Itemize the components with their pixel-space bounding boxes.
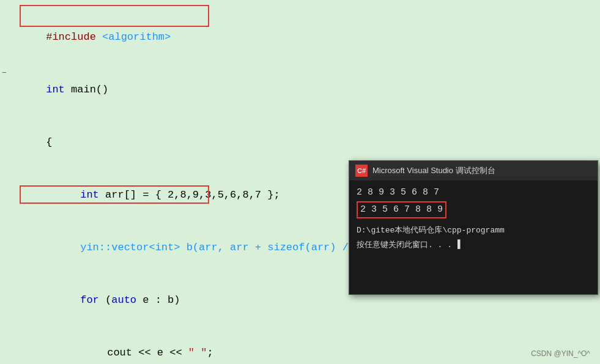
console-window: C# Microsoft Visual Studio 调试控制台 2 8 9 3… — [349, 160, 598, 295]
console-prompt-area: 按任意键关闭此窗口. . . ▌ — [357, 238, 590, 253]
line-content-1: #include <algorithm> — [9, 12, 171, 63]
collapse-arrow-main[interactable]: − — [0, 69, 9, 78]
console-app-icon: C# — [355, 165, 368, 177]
watermark: CSDN @YIN_^O^ — [531, 349, 590, 358]
line-content-6: for (auto e : b) — [43, 275, 180, 326]
console-output-line1: 2 8 9 3 5 6 8 7 — [357, 185, 590, 200]
code-line-1[interactable]: #include <algorithm> — [0, 11, 600, 64]
console-cursor: ▌ — [457, 240, 463, 250]
code-line-7[interactable]: cout << e << " "; — [0, 327, 600, 364]
console-output-line2: 2 3 5 6 7 8 8 9 — [360, 204, 443, 215]
code-line-2[interactable]: − int main() — [0, 64, 600, 116]
console-path-area: D:\gitee本地代码仓库\cpp-programm — [357, 223, 590, 238]
line-content-2: int main() — [9, 64, 108, 116]
line-content-3: { — [9, 117, 52, 168]
console-body: 2 8 9 3 5 6 8 7 2 3 5 6 7 8 8 9 D:\gitee… — [349, 180, 598, 258]
line-content-4: int arr[] = { 2,8,9,3,5,6,8,7 }; — [43, 169, 280, 221]
console-output-highlighted: 2 3 5 6 7 8 8 9 — [357, 201, 446, 218]
console-title: Microsoft Visual Studio 调试控制台 — [372, 165, 495, 176]
line-content-7: cout << e << " "; — [70, 327, 213, 364]
console-path: D:\gitee本地代码仓库\cpp-programm — [357, 226, 505, 235]
console-titlebar: C# Microsoft Visual Studio 调试控制台 — [349, 161, 598, 180]
console-prompt: 按任意键关闭此窗口. . . — [357, 240, 452, 250]
